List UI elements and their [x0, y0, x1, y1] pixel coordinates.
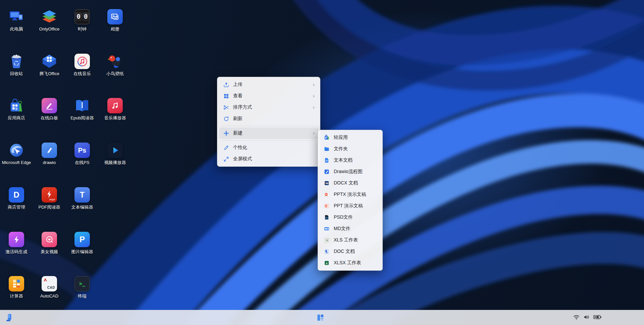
calculator-icon	[9, 276, 24, 291]
recycle-bin-icon	[9, 54, 24, 69]
desktop-icon-autocad[interactable]: CAD AutoCAD	[33, 276, 65, 299]
system-tray	[573, 310, 602, 325]
doc-icon: W	[324, 249, 329, 254]
desktop-icon-label: 在线白板	[33, 115, 65, 121]
submenu-item-xlsx[interactable]: X XLSX 工作表	[320, 257, 381, 269]
context-menu-item-upload[interactable]: 上传 ›	[219, 79, 318, 90]
desktop-icon-image-editor[interactable]: P 图片编辑器	[66, 232, 98, 255]
desktop-icon-drawio[interactable]: drawio	[33, 143, 65, 166]
submenu-item-label: DOC 文档	[334, 249, 378, 255]
desktop-icon-onlyoffice[interactable]: OnlyOffice	[33, 9, 65, 32]
context-menu-item-fullscreen[interactable]: 全屏模式 ›	[219, 153, 318, 165]
desktop-icon-photos[interactable]: 相册	[99, 9, 131, 32]
light-app-icon	[324, 135, 329, 140]
desktop-icon-pdf-reader[interactable]: PDF PDF阅读器	[33, 187, 65, 210]
desktop-icon-clock[interactable]: 00 时钟	[66, 9, 98, 32]
desktop-icon-label: 音乐播放器	[99, 115, 131, 121]
submenu-item-label: PPTX 演示文稿	[334, 192, 378, 198]
submenu-item-folder[interactable]: 文件夹	[320, 143, 381, 155]
desktop-icon-recycle-bin[interactable]: 回收站	[0, 54, 33, 77]
submenu-item-xls[interactable]: X XLS 工作表	[320, 234, 381, 246]
desktop-icon-store-manager[interactable]: D 商店管理	[0, 187, 33, 210]
refresh-icon	[223, 116, 229, 122]
submenu-item-label: XLS 工作表	[334, 237, 378, 243]
chevron-right-icon: ›	[313, 93, 315, 99]
context-menu-item-view[interactable]: 查看 ›	[219, 90, 318, 102]
submenu-item-label: Drawio流程图	[334, 169, 378, 175]
menu-item-label: 排序方式	[233, 104, 310, 110]
desktop-icon-label: Microsoft Edge	[0, 160, 33, 166]
submenu-item-docx[interactable]: W DOCX 文档	[320, 177, 381, 189]
desktop-icon-epub-reader[interactable]: Epub阅读器	[66, 98, 98, 121]
desktop-icon-bird-wallpaper[interactable]: 小鸟壁纸	[99, 54, 131, 77]
autocad-icon: CAD	[42, 276, 57, 291]
desktop-icon-music-player[interactable]: 音乐播放器	[99, 98, 131, 121]
submenu-item-label: PSD文件	[334, 214, 378, 220]
context-menu-item-personalize[interactable]: 个性化 ›	[219, 142, 318, 153]
ppt-icon: P	[324, 203, 329, 209]
desktop-icon-label: 此电脑	[0, 26, 33, 32]
desktop-icon-label: 终端	[66, 293, 98, 299]
chevron-right-icon: ›	[313, 104, 315, 110]
submenu-item-text-doc[interactable]: 文本文档	[320, 155, 381, 166]
volume-icon[interactable]	[583, 314, 590, 322]
desktop-icon-label: 在线PS	[66, 160, 98, 166]
desktop-icon-app-store[interactable]: 应用商店	[0, 98, 33, 121]
desktop-icon-label: 应用商店	[0, 115, 33, 121]
clock-icon: 00	[74, 9, 90, 24]
submenu-item-light-app[interactable]: 轻应用	[320, 132, 381, 143]
submenu-item-label: PPT 演示文稿	[334, 203, 378, 209]
desktop-icon-video-player[interactable]: 视频播放器	[99, 143, 131, 166]
view-icon	[223, 93, 229, 99]
desktop-icon-label: 美女视频	[33, 249, 65, 255]
submenu-item-md[interactable]: MD文件	[320, 223, 381, 234]
desktop-icon-terminal[interactable]: >_ 终端	[66, 276, 98, 299]
folder-icon	[324, 146, 329, 152]
desktop-icon-online-ps[interactable]: Ps 在线PS	[66, 143, 98, 166]
desktop-icon-whiteboard[interactable]: 在线白板	[33, 98, 65, 121]
submenu-item-doc[interactable]: W DOC 文档	[320, 246, 381, 257]
svg-text:X: X	[326, 262, 328, 265]
desktop-icon-online-music[interactable]: 在线音乐	[66, 54, 98, 77]
docx-icon: W	[324, 180, 329, 186]
desktop-icon-tengfei-office[interactable]: 腾飞Office	[33, 54, 65, 77]
svg-text:Ps: Ps	[326, 217, 328, 219]
submenu-item-psd[interactable]: Ps PSD文件	[320, 212, 381, 223]
desktop-icon-calculator[interactable]: 计算器	[0, 276, 33, 299]
menu-item-label: 查看	[233, 93, 310, 99]
psd-icon: Ps	[324, 215, 329, 220]
photos-icon	[107, 9, 123, 24]
app-store-icon	[9, 98, 24, 113]
launcher-button[interactable]	[3, 312, 15, 324]
context-menu-item-sort[interactable]: 排序方式 ›	[219, 102, 318, 113]
image-editor-icon: P	[74, 232, 90, 247]
desktop[interactable]: 此电脑 OnlyOffice 00 时钟 相册 回收站 腾飞Office 在线音…	[0, 0, 644, 325]
new-icon	[223, 130, 229, 136]
context-menu-item-new[interactable]: 新建 ›	[219, 127, 318, 139]
battery-charging-icon[interactable]	[593, 314, 602, 322]
wifi-icon[interactable]	[573, 314, 580, 322]
submenu-item-pptx[interactable]: P PPTX 演示文稿	[320, 189, 381, 200]
drawio-file-icon	[324, 169, 329, 174]
submenu-item-label: 文本文档	[334, 157, 378, 163]
launcher-logo-icon	[5, 313, 14, 322]
svg-text:X: X	[326, 239, 328, 241]
desktop-icon-text-editor[interactable]: T 文本编辑器	[66, 187, 98, 210]
context-menu-item-refresh[interactable]: 刷新 ›	[219, 113, 318, 124]
wifi-icon-icon	[573, 314, 580, 322]
task-view-button[interactable]	[314, 312, 326, 324]
submenu-item-drawio-file[interactable]: Drawio流程图	[320, 166, 381, 177]
pdf-reader-icon: PDF	[42, 187, 57, 203]
desktop-icon-beauty-video[interactable]: 美女视频	[33, 232, 65, 255]
svg-text:P: P	[325, 205, 327, 207]
desktop-icon-this-pc[interactable]: 此电脑	[0, 9, 33, 32]
desktop-icon-label: 文本编辑器	[66, 205, 98, 210]
whiteboard-icon	[42, 98, 57, 113]
submenu-item-label: MD文件	[334, 226, 378, 232]
battery-charging-icon-icon	[593, 315, 602, 321]
desktop-icon-activation-code[interactable]: 激活码生成	[0, 232, 33, 255]
submenu-item-ppt[interactable]: P PPT 演示文稿	[320, 200, 381, 212]
desktop-icon-edge[interactable]: Microsoft Edge	[0, 143, 33, 166]
fullscreen-icon	[223, 156, 229, 162]
desktop-icon-label: 图片编辑器	[66, 249, 98, 255]
